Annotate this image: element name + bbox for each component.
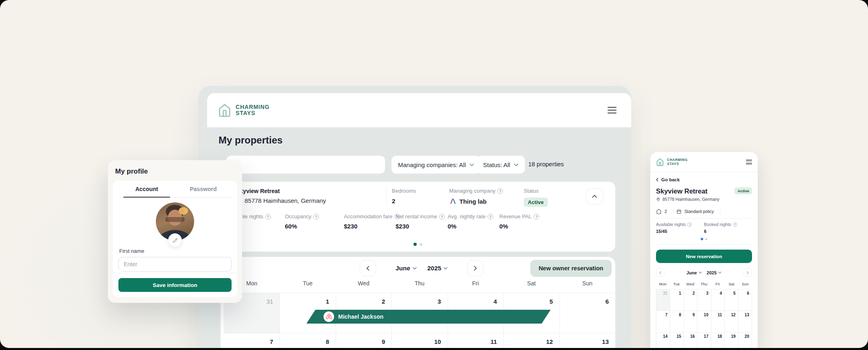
calendar-day-cell[interactable]: 13 xyxy=(738,311,752,332)
help-icon[interactable]: ? xyxy=(497,188,503,194)
desktop-window: CHARMINGSTAYS My properties Managing com… xyxy=(198,86,631,348)
property-name[interactable]: Skyview Retreat xyxy=(236,188,280,194)
calendar-day-cell[interactable]: 14 xyxy=(656,333,670,348)
property-card: Skyview Retreat 85778 Haimhausen, German… xyxy=(221,182,615,252)
calendar-day-cell[interactable]: 7 xyxy=(656,311,670,332)
calendar-next-button[interactable] xyxy=(467,260,483,276)
managing-companies-dropdown[interactable]: Managing companies: All xyxy=(391,156,481,174)
property-title-row: Skyview Retreat 85778 Haimhausen, German… xyxy=(656,187,752,202)
mobile-header: CHARMINGSTAYS xyxy=(650,152,758,172)
screenshot-frame: CHARMINGSTAYS My properties Managing com… xyxy=(0,0,868,350)
stats-pagination-dots[interactable] xyxy=(221,243,615,246)
help-icon[interactable]: ? xyxy=(733,222,737,227)
help-icon[interactable]: ? xyxy=(439,214,445,220)
chevron-left-icon xyxy=(656,178,658,182)
save-information-button[interactable]: Save information xyxy=(118,278,232,292)
tab-password[interactable]: Password xyxy=(175,180,232,197)
calendar-day-cell[interactable]: 20 xyxy=(738,333,752,348)
search-input[interactable] xyxy=(226,156,385,174)
dot-active[interactable] xyxy=(413,243,417,246)
calendar-day-cell[interactable]: 17 xyxy=(697,333,711,348)
first-name-field[interactable] xyxy=(118,257,232,272)
calendar-day-cell[interactable]: 8 xyxy=(280,333,335,348)
reservation-bar[interactable]: Michael Jackson xyxy=(306,310,551,324)
month-select[interactable]: June xyxy=(396,265,417,272)
stats-pagination-dots[interactable] xyxy=(656,238,752,240)
calendar-day-cell[interactable]: 12 xyxy=(724,311,738,332)
year-select[interactable]: 2025 xyxy=(427,265,448,272)
go-back-link[interactable]: Go back xyxy=(656,177,752,182)
help-icon[interactable]: ? xyxy=(687,222,692,227)
brand-logo[interactable]: CHARMINGSTAYS xyxy=(656,158,688,166)
help-icon[interactable]: ? xyxy=(533,214,539,220)
status-dropdown[interactable]: Status: All xyxy=(477,156,525,174)
mobile-body: Go back Skyview Retreat 85778 Haimhausen… xyxy=(650,172,758,348)
bedrooms-value: 2 xyxy=(665,209,667,214)
calendar-day-cell[interactable]: 9 xyxy=(684,311,697,332)
dot-inactive[interactable] xyxy=(420,243,422,246)
new-reservation-button[interactable]: New reservation xyxy=(656,250,752,263)
calendar-day-cell[interactable]: 13 xyxy=(560,333,615,348)
calendar-day-cell[interactable]: 18 xyxy=(711,333,724,348)
calendar-day-cell[interactable]: 11 xyxy=(448,333,503,348)
property-name: Skyview Retreat xyxy=(656,187,719,195)
chevron-down-icon xyxy=(444,267,448,270)
calendar-day-cell[interactable]: 5 xyxy=(724,289,738,311)
calendar-day-cell[interactable]: 10 xyxy=(697,311,711,332)
my-profile-modal: My profile Account Password First name S… xyxy=(108,160,242,303)
chevron-down-icon xyxy=(470,163,474,166)
help-icon[interactable]: ? xyxy=(313,214,319,220)
month-select[interactable]: June xyxy=(687,270,702,275)
edit-avatar-button[interactable] xyxy=(168,233,182,247)
menu-hamburger-icon[interactable] xyxy=(608,105,617,115)
chevron-down-icon xyxy=(514,163,518,166)
help-icon[interactable]: ? xyxy=(488,214,493,220)
calendar-day-cell[interactable]: 11 xyxy=(711,311,724,332)
profile-form-card: Account Password First name Save informa… xyxy=(113,180,237,297)
bedrooms-column: Bedrooms 2 xyxy=(392,188,416,204)
pencil-icon xyxy=(172,237,178,243)
calendar-day-cell[interactable]: 8 xyxy=(670,311,683,332)
policy-calendar-icon xyxy=(676,209,682,214)
year-select[interactable]: 2025 xyxy=(707,270,722,275)
calendar-day-cell[interactable]: 10 xyxy=(391,333,447,348)
calendar-day-cell[interactable]: 3 xyxy=(697,289,711,311)
calendar-day-cell[interactable]: 7 xyxy=(224,333,280,348)
policy-label[interactable]: Standard policy xyxy=(684,209,714,214)
calendar-day-headers: MonTueWedThuFriSatSun xyxy=(224,280,615,287)
calendar-day-cell[interactable]: 9 xyxy=(336,333,391,348)
new-owner-reservation-button[interactable]: New owner reservation xyxy=(530,260,612,277)
location-pin-icon xyxy=(656,197,660,202)
dot-active[interactable] xyxy=(701,238,703,240)
mobile-stats: Available nights? 15/45 Booked nights? 6 xyxy=(656,222,752,234)
divider xyxy=(656,218,752,219)
brand-name: CHARMINGSTAYS xyxy=(236,104,269,116)
stat-avg-nightly-rate: Avg. nightly rate? 0% xyxy=(448,213,493,230)
dot-inactive[interactable] xyxy=(705,238,707,240)
calendar-prev-button[interactable] xyxy=(656,268,665,277)
calendar-day-cell[interactable]: 6 xyxy=(738,289,752,311)
calendar-next-button[interactable] xyxy=(743,268,752,277)
calendar-day-cell[interactable]: 1 xyxy=(670,289,683,311)
mobile-calendar-nav: June 2025 xyxy=(656,268,752,277)
tab-account[interactable]: Account xyxy=(118,180,175,197)
first-name-label: First name xyxy=(119,248,232,254)
calendar-day-cell[interactable]: 12 xyxy=(503,333,559,348)
collapse-button[interactable] xyxy=(586,188,603,204)
help-icon[interactable]: ? xyxy=(265,214,271,220)
divider xyxy=(720,209,720,214)
calendar-day-cell[interactable]: 15 xyxy=(670,333,683,348)
property-location: 85778 Haimhausen, Germany xyxy=(656,197,719,202)
status-badge: Active xyxy=(524,198,548,207)
calendar-day-cell[interactable]: 19 xyxy=(724,333,738,348)
thing-lab-logo-icon xyxy=(449,198,457,205)
brand-logo[interactable]: CHARMINGSTAYS xyxy=(218,103,269,117)
calendar-day-cell[interactable]: 31 xyxy=(656,289,670,311)
calendar-prev-button[interactable] xyxy=(360,260,376,276)
mobile-calendar-grid: 31 1 2 3 4 5 6 7 8 9 10 11 12 13 xyxy=(656,289,752,348)
menu-hamburger-icon[interactable] xyxy=(746,159,752,165)
calendar-day-cell[interactable]: 16 xyxy=(684,333,697,348)
calendar-day-cell[interactable]: 2 xyxy=(684,289,697,311)
calendar-day-cell[interactable]: 6 xyxy=(560,293,615,333)
calendar-day-cell[interactable]: 4 xyxy=(711,289,724,311)
